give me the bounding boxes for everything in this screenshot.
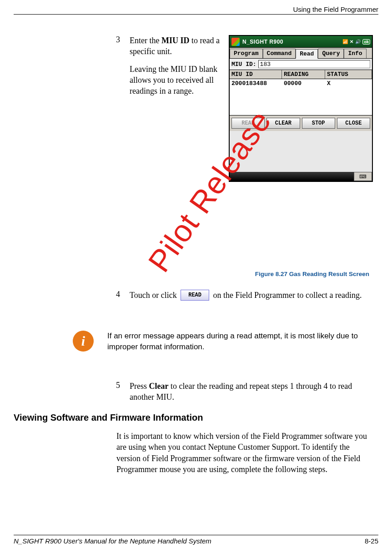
header-title: Using the Field Programmer xyxy=(293,5,378,13)
tab-command[interactable]: Command xyxy=(263,49,296,58)
inline-read-button: READ xyxy=(181,290,209,301)
tab-info[interactable]: Info xyxy=(344,49,366,58)
info-text: If an error message appears during a rea… xyxy=(107,331,369,352)
stop-button[interactable]: STOP xyxy=(302,118,335,129)
read-button[interactable]: READ xyxy=(231,118,265,129)
sip-bar xyxy=(230,172,354,181)
col-miu-id[interactable]: MIU ID xyxy=(230,70,282,79)
page-number: 8-25 xyxy=(365,537,378,545)
step-5: 5 Press Clear to clear the reading and r… xyxy=(116,381,369,403)
step-text: Touch or click READ on the Field Program… xyxy=(130,290,362,302)
miu-id-input[interactable] xyxy=(258,60,370,68)
body-paragraph: It is important to know which version of… xyxy=(116,431,369,475)
signal-icon[interactable]: 📶 xyxy=(342,39,348,45)
step-text: Press Clear to clear the reading and rep… xyxy=(130,381,369,403)
section-heading: Viewing Software and Firmware Informatio… xyxy=(14,412,203,423)
title-bar: N_SIGHT R900 📶 ✕ 🔊 ok xyxy=(230,36,372,48)
close-button[interactable]: CLOSE xyxy=(337,118,370,129)
step-4: 4 Touch or click READ on the Field Progr… xyxy=(116,290,378,302)
step-number: 3 xyxy=(116,35,130,96)
cell-reading: 00000 xyxy=(282,79,325,88)
col-status[interactable]: STATUS xyxy=(325,70,372,79)
info-note: i If an error message appears during a r… xyxy=(73,331,369,352)
results-table: MIU ID READING STATUS 2000183488 00000 X xyxy=(230,70,372,116)
table-header: MIU ID READING STATUS xyxy=(230,70,372,79)
footer: N_SIGHT R900 User's Manual for the Neptu… xyxy=(14,535,378,545)
info-icon: i xyxy=(73,331,94,352)
miu-id-label: MIU ID: xyxy=(231,61,256,68)
step-number: 5 xyxy=(116,381,130,403)
lower-panel: ⌨ xyxy=(230,131,372,181)
figure-caption: Figure 8.27 Gas Reading Result Screen xyxy=(255,271,369,277)
status-icons: 📶 ✕ 🔊 ok xyxy=(342,39,370,45)
button-row: READ CLEAR STOP CLOSE xyxy=(230,116,372,131)
tab-query[interactable]: Query xyxy=(318,49,344,58)
app-title: N_SIGHT R900 xyxy=(242,39,342,45)
cell-miu-id: 2000183488 xyxy=(230,79,282,88)
step-number: 4 xyxy=(116,290,130,302)
step-3-paragraph-2: Leaving the MIU ID blank allows you to r… xyxy=(130,64,227,97)
clear-button[interactable]: CLEAR xyxy=(266,118,300,129)
cell-status: X xyxy=(325,79,372,88)
speaker-icon[interactable]: 🔊 xyxy=(355,39,361,45)
windows-logo-icon[interactable] xyxy=(231,38,240,46)
ok-button[interactable]: ok xyxy=(362,39,370,45)
keyboard-icon[interactable]: ⌨ xyxy=(354,172,372,181)
tabs: Program Command Read Query Info xyxy=(230,48,372,59)
tab-program[interactable]: Program xyxy=(230,49,263,58)
antenna-icon[interactable]: ✕ xyxy=(350,39,353,45)
tab-read[interactable]: Read xyxy=(296,49,318,59)
running-header: Using the Field Programmer xyxy=(14,5,378,15)
miu-id-row: MIU ID: xyxy=(230,59,372,70)
footer-left: N_SIGHT R900 User's Manual for the Neptu… xyxy=(14,537,211,545)
table-row[interactable]: 2000183488 00000 X xyxy=(230,79,372,88)
step-text: Enter the MIU ID to read a specific unit… xyxy=(130,35,227,96)
embedded-screenshot: N_SIGHT R900 📶 ✕ 🔊 ok Program Command Re… xyxy=(229,35,373,182)
col-reading[interactable]: READING xyxy=(282,70,325,79)
